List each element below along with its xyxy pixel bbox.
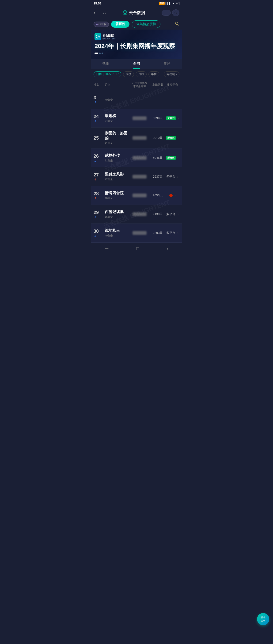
back-button[interactable]: ‹ [94, 10, 99, 16]
rate-col [129, 212, 150, 216]
show-name: 亲爱的，热爱的 [105, 131, 129, 141]
chevron-right-icon: › [174, 194, 176, 197]
filter-bar: 行业版 霸屏榜 全舆情热度榜 [91, 19, 182, 30]
bottom-menu-button[interactable]: ☰ [100, 245, 114, 252]
content-tabs: 热播 全网 集均 [91, 59, 182, 69]
show-name: 武林外传 [105, 153, 129, 158]
show-name: 战地枪王 [105, 228, 129, 233]
table-row[interactable]: 25 亲爱的，热爱的 41集全 2010天 爱奇艺 › [91, 128, 182, 148]
rate-col [129, 175, 150, 178]
platform-col: 爱奇艺 › [165, 116, 180, 120]
rank-col: 26 ↓2 [94, 154, 103, 162]
rank-number: 28 [94, 191, 99, 196]
show-episodes: 41集全 [105, 142, 129, 145]
th-title: 片名 [103, 83, 129, 87]
home-button[interactable]: ⌂ [103, 10, 106, 15]
show-episodes: 42集全 [105, 178, 129, 181]
banner-title: 2024年｜长剧集网播年度观察 [94, 42, 178, 50]
chevron-right-icon: › [178, 116, 179, 120]
table-body: 3 ↓1 40集全 云合数据 ENLIGHTENT 24 ↓1 琅琊榜 54集全… [91, 90, 182, 242]
days-col: 6946天 [150, 156, 165, 160]
rate-blurred [132, 175, 146, 178]
th-rank: 排名 [94, 83, 103, 87]
weekly-filter[interactable]: 周榜 [123, 71, 134, 77]
nav-title: 云合数据 [108, 10, 160, 16]
svg-line-7 [178, 24, 179, 25]
rank-number: 3 [94, 95, 96, 100]
tab-per-ep[interactable]: 集均 [152, 59, 182, 69]
table-row[interactable]: 28 ↑1 情满四合院 46集全 2653天 › [91, 186, 182, 205]
bottom-back-button[interactable]: ‹ [162, 245, 173, 252]
days-col: 9139天 [150, 212, 165, 216]
show-episodes: 16集全 [105, 215, 129, 219]
title-col: 情满四合院 46集全 [103, 191, 129, 200]
table-row[interactable]: 27 ↑1 黑狐之风影 42集全 2937天 多平台 › [91, 167, 182, 186]
rank-col: 25 [94, 135, 103, 141]
scan-button[interactable]: ⊙ [172, 10, 180, 16]
svg-point-8 [96, 35, 100, 38]
show-name: 琅琊榜 [105, 114, 129, 118]
days-col: 2937天 [150, 174, 165, 179]
table-row[interactable]: 24 ↓1 琅琊榜 54集全 3399天 爱奇艺 › [91, 109, 182, 128]
search-button[interactable] [175, 21, 180, 27]
platform-multi-label: 多平台 [166, 212, 176, 216]
banner-logo: 云合数据 ENLIGHTENT [94, 33, 178, 40]
signal-icon: ▍▍▍ [166, 2, 171, 5]
rank-change-down: ↓4 [94, 216, 96, 218]
days-col: 2293天 [150, 231, 165, 235]
platform-col: › [165, 194, 180, 197]
rank-col: 24 ↓1 [94, 114, 103, 122]
industry-label: 行业版 [98, 22, 106, 26]
th-days: 上线天数 [150, 83, 165, 87]
platform-col: 爱奇艺 › [165, 156, 180, 160]
show-episodes: 81集全 [105, 159, 129, 162]
industry-badge[interactable]: 行业版 [94, 22, 109, 27]
tab-allnet[interactable]: 全网 [121, 59, 152, 69]
rank-number: 26 [94, 154, 99, 159]
rate-col [129, 194, 150, 197]
title-col: 40集全 [103, 97, 129, 102]
nav-actions: ··· ⊙ [162, 10, 180, 16]
tab-baping[interactable]: 霸屏榜 [111, 21, 130, 28]
rank-col: 30 ↓3 [94, 228, 103, 237]
bottom-home-button[interactable]: □ [132, 245, 144, 252]
days-col: 3399天 [150, 116, 165, 120]
rank-number: 27 [94, 172, 99, 178]
monthly-filter[interactable]: 月榜 [136, 71, 146, 77]
wifi-icon: ▲ [172, 2, 175, 5]
rank-change-down: ↓2 [94, 159, 96, 162]
table-row[interactable]: 30 ↓3 战地枪王 40集全 2293天 多平台 › [91, 224, 182, 242]
platform-iqiyi-icon: 爱奇艺 [166, 156, 176, 160]
rate-col [129, 231, 150, 235]
title-col: 亲爱的，热爱的 41集全 [103, 131, 129, 145]
chevron-right-icon: › [177, 175, 178, 178]
tab-yuqing[interactable]: 全舆情热度榜 [132, 20, 160, 28]
rate-blurred [132, 116, 146, 120]
rank-number: 30 [94, 228, 99, 234]
type-dropdown[interactable]: 电视剧 ▾ [164, 71, 180, 77]
table-header: 排名 片名 正片有效播放市场占有率 上线天数 播放平台 [91, 80, 182, 90]
status-bar: 15:59 美团 ▍▍▍ ▲ 87 [91, 0, 182, 6]
table-row[interactable]: 3 ↓1 40集全 云合数据 ENLIGHTENT [91, 90, 182, 109]
rank-change-up: ↑1 [94, 178, 96, 181]
nav-divider [101, 10, 101, 15]
days-col: 2010天 [150, 136, 165, 140]
table-row[interactable]: 26 ↓2 武林外传 81集全 6946天 爱奇艺 › 云合数据 ENLIGHT… [91, 148, 182, 167]
platform-multi-label: 多平台 [166, 174, 176, 179]
banner-dot-2 [99, 52, 100, 54]
table-row[interactable]: 29 ↓4 西游记续集 16集全 9139天 多平台 › 云合数据 ENLIGH… [91, 205, 182, 224]
show-episodes: 46集全 [105, 196, 129, 200]
banner-logo-name: 云合数据 [102, 34, 116, 38]
svg-point-1 [124, 12, 126, 14]
tab-hotplay[interactable]: 热播 [91, 59, 121, 69]
show-episodes: 40集全 [105, 98, 129, 102]
rank-change-up: ↑1 [94, 197, 96, 200]
more-button[interactable]: ··· [162, 10, 171, 16]
yearly-filter[interactable]: 年榜 [148, 71, 159, 77]
banner: 云合数据 ENLIGHTENT 2024年｜长剧集网播年度观察 [91, 30, 182, 59]
platform-iqiyi-icon: 爱奇艺 [166, 136, 176, 140]
title-col: 西游记续集 16集全 [103, 210, 129, 219]
app-logo-icon [122, 10, 128, 15]
daily-filter[interactable]: 日榜｜2025.01.07 [94, 71, 121, 77]
banner-dot-1 [94, 52, 98, 54]
